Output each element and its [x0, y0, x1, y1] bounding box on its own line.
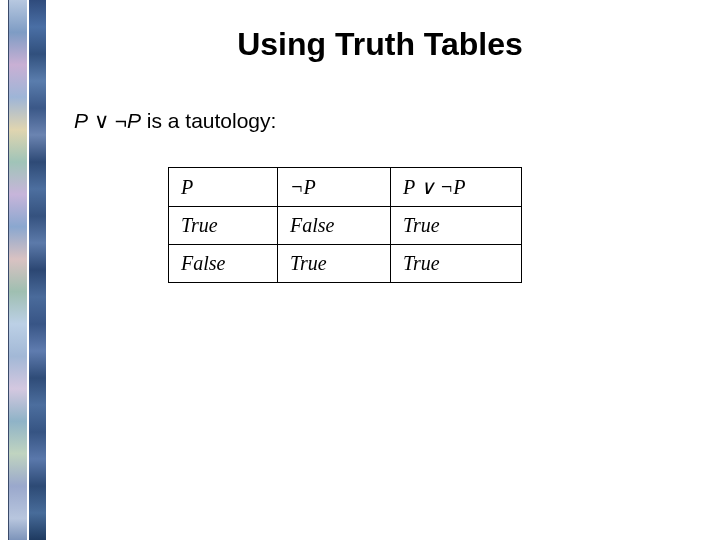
- header-notP: ¬P: [278, 168, 391, 207]
- cell-r1-c3: True: [391, 207, 522, 245]
- cell-r2-c3: True: [391, 245, 522, 283]
- page-title: Using Truth Tables: [100, 26, 660, 63]
- decoration-stripe-solid: [29, 0, 47, 540]
- statement-P1: P: [74, 109, 88, 132]
- truth-table: P ¬P P ∨ ¬P True False True False True T…: [168, 167, 522, 283]
- content-area: Using Truth Tables P ∨ ¬P is a tautology…: [60, 0, 720, 540]
- header-P: P: [169, 168, 278, 207]
- statement-or: ∨: [88, 109, 115, 132]
- decoration-stripe-pattern: [8, 0, 27, 540]
- header-P-or-notP: P ∨ ¬P: [391, 168, 522, 207]
- cell-r1-c2: False: [278, 207, 391, 245]
- statement-P2: P: [127, 109, 141, 132]
- cell-r2-c1: False: [169, 245, 278, 283]
- side-decoration: [8, 0, 46, 540]
- slide: Using Truth Tables P ∨ ¬P is a tautology…: [0, 0, 720, 540]
- truth-table-container: P ¬P P ∨ ¬P True False True False True T…: [168, 167, 720, 283]
- table-header-row: P ¬P P ∨ ¬P: [169, 168, 522, 207]
- tautology-statement: P ∨ ¬P is a tautology:: [74, 109, 720, 133]
- table-row: True False True: [169, 207, 522, 245]
- table-row: False True True: [169, 245, 522, 283]
- statement-rest: is a tautology:: [141, 109, 276, 132]
- statement-neg: ¬: [115, 109, 127, 132]
- cell-r2-c2: True: [278, 245, 391, 283]
- cell-r1-c1: True: [169, 207, 278, 245]
